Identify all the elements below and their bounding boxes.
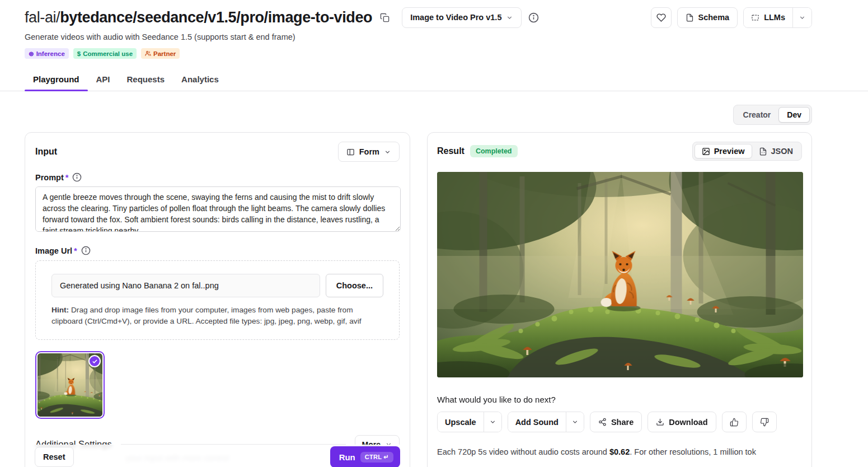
chevron-down-icon — [571, 418, 579, 426]
upscale-options-button[interactable] — [484, 412, 501, 432]
reset-button[interactable]: Reset — [35, 447, 74, 467]
result-panel-title: Result — [437, 146, 465, 156]
tab-requests[interactable]: Requests — [119, 68, 173, 91]
result-panel: Result Completed Preview JSON What would… — [427, 132, 812, 467]
title-main: bytedance/seedance/v1.5/pro/image-to-vid… — [60, 9, 372, 26]
choose-file-button[interactable]: Choose... — [326, 274, 383, 297]
thumbs-up-icon — [730, 418, 739, 427]
prompt-label: Prompt — [35, 173, 64, 182]
page-title: fal-ai/bytedance/seedance/v1.5/pro/image… — [25, 9, 372, 26]
tab-bar: Playground API Requests Analytics — [0, 68, 868, 91]
tab-playground[interactable]: Playground — [25, 68, 88, 91]
info-icon — [81, 246, 91, 255]
info-icon — [528, 12, 539, 23]
share-icon — [598, 418, 607, 426]
llms-button[interactable]: LLMs — [744, 8, 792, 27]
selected-check-badge — [88, 355, 101, 367]
input-panel-title: Input — [35, 147, 57, 157]
info-icon — [72, 172, 82, 182]
add-sound-button[interactable]: Add Sound — [508, 412, 566, 432]
selected-image-thumbnail[interactable] — [35, 351, 105, 419]
preview-label: Preview — [714, 147, 745, 156]
partner-badge-label: Partner — [153, 50, 176, 57]
status-badge: Completed — [470, 145, 518, 157]
run-footer: Reset Run CTRL ↵ — [26, 445, 409, 467]
toggle-dev[interactable]: Dev — [778, 107, 810, 123]
image-dropzone[interactable]: Choose... Hint: Drag and drop image file… — [35, 260, 400, 340]
add-sound-options-button[interactable] — [566, 412, 584, 432]
prompt-info-button[interactable] — [72, 172, 82, 182]
model-info-button[interactable] — [526, 10, 541, 25]
heart-icon — [656, 13, 666, 22]
form-view-label: Form — [359, 147, 379, 156]
image-url-field-label-row: Image Url* — [35, 246, 400, 255]
inference-icon: ⊛ — [29, 50, 34, 58]
share-label: Share — [611, 418, 634, 427]
tab-analytics[interactable]: Analytics — [173, 68, 227, 91]
people-icon — [145, 50, 151, 57]
run-shortcut-badge: CTRL ↵ — [360, 452, 393, 463]
upscale-split-button: Upscale — [437, 412, 502, 432]
layout-icon — [346, 148, 355, 156]
share-button[interactable]: Share — [590, 412, 642, 432]
commercial-use-badge-label: Commercial use — [83, 50, 133, 57]
hint-bold: Hint: — [51, 306, 69, 314]
inference-badge: ⊛Inference — [25, 48, 69, 59]
model-subtitle: Generate videos with audio with Seedance… — [25, 32, 812, 41]
run-label: Run — [339, 452, 355, 462]
app-page: fal-ai/bytedance/seedance/v1.5/pro/image… — [0, 0, 868, 467]
llms-label: LLMs — [764, 13, 785, 22]
favorite-button[interactable] — [651, 7, 672, 28]
pricing-suffix: . For other resolutions, 1 million tok — [630, 447, 756, 456]
thumbs-up-button[interactable] — [722, 412, 747, 432]
download-button[interactable]: Download — [648, 412, 716, 432]
upscale-button[interactable]: Upscale — [438, 412, 484, 432]
llms-split-button: LLMs — [743, 7, 812, 28]
title-prefix: fal-ai/ — [25, 9, 60, 26]
tab-preview[interactable]: Preview — [695, 144, 752, 158]
dollar-icon: $ — [77, 50, 81, 57]
json-label: JSON — [771, 147, 794, 156]
thumbs-down-button[interactable] — [752, 412, 777, 432]
image-url-info-button[interactable] — [81, 246, 91, 255]
image-icon — [702, 147, 710, 156]
llms-more-button[interactable] — [793, 8, 811, 27]
form-view-dropdown[interactable]: Form — [338, 142, 400, 162]
creator-dev-toggle: Creator Dev — [733, 105, 812, 125]
schema-label: Schema — [698, 13, 730, 22]
commercial-use-badge: $Commercial use — [73, 48, 137, 59]
result-video-preview[interactable] — [437, 172, 803, 377]
pricing-prefix: Each 720p 5s video without audio costs a… — [437, 447, 609, 456]
json-file-icon — [759, 147, 767, 156]
prompt-textarea[interactable]: A gentle breeze moves through the scene,… — [35, 186, 401, 232]
preview-json-toggle: Preview JSON — [692, 142, 802, 161]
pricing-note: Each 720p 5s video without audio costs a… — [437, 447, 802, 456]
document-icon — [686, 13, 694, 22]
schema-button[interactable]: Schema — [677, 7, 738, 28]
main-content: Input Form Prompt* A gentle breeze moves… — [25, 132, 812, 467]
partner-badge: Partner — [141, 48, 180, 59]
tab-json[interactable]: JSON — [752, 144, 800, 158]
pricing-amount: $0.62 — [609, 447, 630, 456]
chevron-down-icon — [506, 14, 513, 21]
copy-icon — [380, 13, 390, 22]
add-sound-split-button: Add Sound — [508, 412, 584, 432]
run-button[interactable]: Run CTRL ↵ — [330, 446, 400, 467]
chevron-down-icon — [384, 148, 391, 156]
view-toggle-row: Creator Dev — [0, 105, 868, 125]
image-file-input[interactable] — [51, 274, 320, 297]
download-label: Download — [669, 418, 707, 427]
next-action-prompt: What would you like to do next? — [437, 395, 802, 404]
page-header: fal-ai/bytedance/seedance/v1.5/pro/image… — [0, 0, 868, 59]
toggle-creator[interactable]: Creator — [735, 108, 779, 122]
selection-frame-icon — [751, 13, 759, 22]
model-selector-dropdown[interactable]: Image to Video Pro v1.5 — [402, 7, 522, 28]
download-icon — [656, 418, 664, 426]
input-panel: Input Form Prompt* A gentle breeze moves… — [25, 132, 410, 467]
copy-title-button[interactable] — [378, 11, 392, 25]
check-icon — [92, 358, 98, 365]
thumbs-down-icon — [760, 418, 769, 427]
tab-api[interactable]: API — [88, 68, 119, 91]
result-actions-row: Upscale Add Sound Share — [437, 412, 802, 432]
prompt-field-label-row: Prompt* — [35, 172, 400, 182]
